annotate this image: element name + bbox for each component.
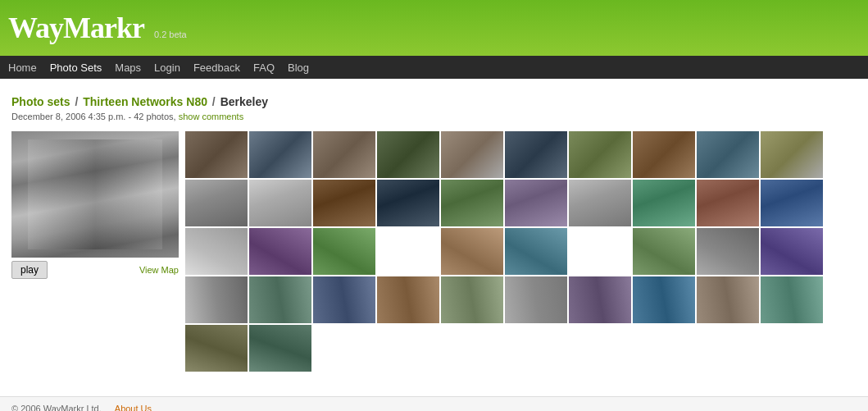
breadcrumb-sep-2: / <box>209 95 219 108</box>
nav-photo-sets[interactable]: Photo Sets <box>50 62 102 74</box>
content-area: Photo sets / Thirteen Networks N80 / Ber… <box>0 79 868 380</box>
nav-faq[interactable]: FAQ <box>253 62 275 74</box>
logo: WayMarkr <box>8 11 144 45</box>
breadcrumb-thirteen-networks[interactable]: Thirteen Networks N80 <box>83 95 207 108</box>
breadcrumb-berkeley: Berkeley <box>220 95 268 108</box>
photo-thumb-32[interactable] <box>249 276 311 323</box>
photo-thumb-17[interactable] <box>569 180 631 226</box>
photo-thumb-31[interactable] <box>185 276 248 323</box>
photo-thumb-20[interactable] <box>761 180 823 226</box>
photo-thumb-37[interactable] <box>569 276 631 323</box>
breadcrumb-sep-1: / <box>72 95 82 108</box>
photo-thumb-2[interactable] <box>249 131 311 178</box>
nav-feedback[interactable]: Feedback <box>193 62 240 74</box>
photo-thumb-36[interactable] <box>505 276 567 323</box>
photo-thumb-7[interactable] <box>569 131 631 178</box>
photo-thumb-34[interactable] <box>377 276 439 323</box>
photo-thumb-39[interactable] <box>697 276 759 323</box>
photo-meta: December 8, 2006 4:35 p.m. - 42 photos, … <box>11 112 857 121</box>
photo-thumb-19[interactable] <box>697 180 759 226</box>
photo-thumb-40[interactable] <box>761 276 823 323</box>
photo-thumb-29[interactable] <box>697 228 759 275</box>
photo-thumb-25[interactable] <box>441 228 503 275</box>
photo-thumb-16[interactable] <box>505 180 567 226</box>
view-map-link[interactable]: View Map <box>139 265 179 275</box>
photo-thumb-8[interactable] <box>633 131 695 178</box>
logo-version: 0.2 beta <box>154 30 187 39</box>
photo-thumb-14[interactable] <box>377 180 439 226</box>
header: WayMarkr 0.2 beta <box>0 0 868 56</box>
nav-bar: Home Photo Sets Maps Login Feedback FAQ … <box>0 56 868 79</box>
footer-about-link[interactable]: About Us <box>115 404 152 411</box>
main-layout: play View Map <box>11 131 857 372</box>
photo-thumb-15[interactable] <box>441 180 503 226</box>
featured-controls: play View Map <box>11 261 179 279</box>
photo-thumb-12[interactable] <box>249 180 311 226</box>
photo-thumb-28[interactable] <box>633 228 695 275</box>
photo-thumb-22[interactable] <box>249 228 311 275</box>
photo-thumb-26[interactable] <box>505 228 567 275</box>
photo-count: 42 photos, <box>134 112 175 121</box>
photo-thumb-23[interactable] <box>313 228 375 275</box>
nav-blog[interactable]: Blog <box>288 62 309 74</box>
show-comments-link[interactable]: show comments <box>179 112 243 121</box>
photo-thumb-3[interactable] <box>313 131 375 178</box>
featured-image[interactable] <box>11 131 179 258</box>
logo-wrapper: WayMarkr 0.2 beta <box>8 11 187 45</box>
photo-thumb-35[interactable] <box>441 276 503 323</box>
photo-thumb-1[interactable] <box>185 131 248 178</box>
photo-thumb-6[interactable] <box>505 131 567 178</box>
photo-thumb-13[interactable] <box>313 180 375 226</box>
featured-photo-panel: play View Map <box>11 131 179 279</box>
photo-thumb-30[interactable] <box>761 228 823 275</box>
photo-thumb-18[interactable] <box>633 180 695 226</box>
photo-thumb-11[interactable] <box>185 180 248 226</box>
photo-thumb-41[interactable] <box>185 325 248 372</box>
footer-copyright: © 2006 WayMarkr Ltd. <box>11 404 102 411</box>
breadcrumb: Photo sets / Thirteen Networks N80 / Ber… <box>11 95 857 108</box>
breadcrumb-photo-sets[interactable]: Photo sets <box>11 95 70 108</box>
photo-thumb-27[interactable] <box>569 228 631 275</box>
featured-image-inner <box>11 131 179 258</box>
photo-thumb-5[interactable] <box>441 131 503 178</box>
photo-grid <box>185 131 823 372</box>
photo-thumb-21[interactable] <box>185 228 248 275</box>
photo-thumb-24[interactable] <box>377 228 439 275</box>
nav-maps[interactable]: Maps <box>115 62 141 74</box>
photo-thumb-38[interactable] <box>633 276 695 323</box>
photo-thumb-42[interactable] <box>249 325 311 372</box>
photo-thumb-10[interactable] <box>761 131 823 178</box>
photo-thumb-9[interactable] <box>697 131 759 178</box>
play-button[interactable]: play <box>11 261 48 279</box>
footer: © 2006 WayMarkr Ltd. About Us <box>0 396 868 411</box>
nav-login[interactable]: Login <box>154 62 180 74</box>
photo-date: December 8, 2006 4:35 p.m. <box>11 112 125 121</box>
photo-thumb-4[interactable] <box>377 131 439 178</box>
nav-home[interactable]: Home <box>8 62 37 74</box>
photo-thumb-33[interactable] <box>313 276 375 323</box>
